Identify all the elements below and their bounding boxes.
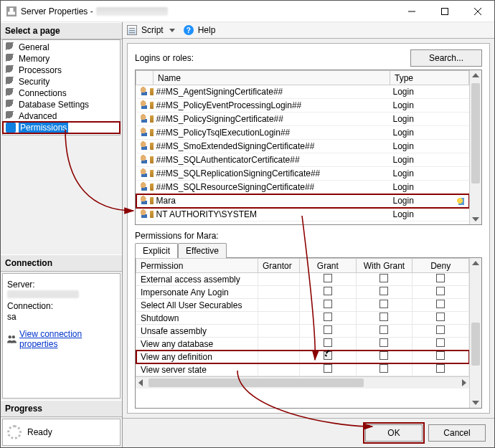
login-name: ##MS_SQLResourceSigningCertificate## bbox=[154, 181, 390, 194]
login-row[interactable]: ##MS_SQLAuthenticatorCertificate##Login bbox=[136, 153, 469, 167]
login-row[interactable]: ##MS_PolicyTsqlExecutionLogin##Login bbox=[136, 126, 469, 140]
svg-rect-1 bbox=[442, 8, 448, 14]
checkbox[interactable] bbox=[436, 351, 445, 360]
checkbox[interactable] bbox=[380, 325, 388, 334]
checkbox[interactable] bbox=[380, 274, 388, 282]
permission-row[interactable]: View any database bbox=[136, 338, 469, 351]
login-type: Login bbox=[390, 113, 469, 126]
checkbox[interactable] bbox=[324, 313, 332, 321]
page-item-advanced[interactable]: Advanced bbox=[3, 110, 120, 122]
checkbox[interactable] bbox=[436, 364, 445, 373]
page-item-label: Processors bbox=[19, 65, 62, 75]
permissions-vscrollbar[interactable] bbox=[469, 258, 481, 408]
checkbox[interactable] bbox=[436, 300, 445, 308]
wrench-icon bbox=[6, 54, 16, 64]
checkbox[interactable] bbox=[436, 274, 445, 282]
login-row[interactable]: ##MS_AgentSigningCertificate##Login bbox=[136, 85, 469, 99]
logins-scrollbar[interactable] bbox=[469, 70, 481, 224]
checkbox[interactable] bbox=[436, 313, 445, 321]
page-item-security[interactable]: Security bbox=[3, 76, 120, 87]
checkbox[interactable] bbox=[324, 325, 332, 334]
permissions-table[interactable]: Permission Grantor Grant With Grant Deny… bbox=[136, 258, 469, 376]
logins-table[interactable]: Name Type ##MS_AgentSigningCertificate##… bbox=[136, 70, 469, 221]
search-button[interactable]: Search... bbox=[410, 49, 482, 67]
page-item-general[interactable]: General bbox=[3, 42, 120, 53]
login-name: ##MS_SQLReplicationSigningCertificate## bbox=[154, 167, 390, 181]
login-icon bbox=[139, 155, 149, 163]
permission-grantor bbox=[258, 363, 300, 376]
login-row[interactable]: ##MS_SQLResourceSigningCertificate##Logi… bbox=[136, 181, 469, 194]
login-row[interactable]: ##MS_SmoExtendedSigningCertificate##Logi… bbox=[136, 140, 469, 153]
script-icon bbox=[127, 25, 137, 35]
login-row[interactable]: NT AUTHORITY\SYSTEMLogin bbox=[136, 208, 469, 221]
page-item-processors[interactable]: Processors bbox=[3, 65, 120, 76]
wrench-icon bbox=[6, 42, 16, 52]
close-button[interactable] bbox=[461, 1, 494, 22]
checkbox[interactable] bbox=[324, 300, 332, 308]
script-button[interactable]: Script bbox=[141, 25, 164, 35]
page-item-memory[interactable]: Memory bbox=[3, 53, 120, 65]
tab-explicit[interactable]: Explicit bbox=[135, 243, 178, 258]
checkbox[interactable] bbox=[380, 313, 388, 321]
login-name: ##MS_AgentSigningCertificate## bbox=[154, 85, 390, 99]
col-name[interactable]: Name bbox=[154, 71, 390, 85]
maximize-button[interactable] bbox=[428, 1, 461, 22]
minimize-button[interactable] bbox=[395, 1, 428, 22]
checkbox[interactable] bbox=[380, 364, 388, 373]
checkbox[interactable] bbox=[436, 287, 445, 295]
col-grantor[interactable]: Grantor bbox=[258, 259, 300, 273]
checkbox[interactable] bbox=[380, 287, 388, 295]
permission-row[interactable]: View server state bbox=[136, 363, 469, 376]
properties-icon[interactable] bbox=[455, 196, 465, 206]
col-deny[interactable]: Deny bbox=[412, 259, 469, 273]
checkbox[interactable] bbox=[324, 274, 332, 282]
tab-effective[interactable]: Effective bbox=[178, 243, 227, 258]
wrench-icon bbox=[6, 123, 16, 133]
page-item-database-settings[interactable]: Database Settings bbox=[3, 99, 120, 110]
checkbox[interactable] bbox=[380, 300, 388, 308]
permission-row[interactable]: Unsafe assembly bbox=[136, 325, 469, 338]
key-icon bbox=[150, 184, 154, 191]
login-row[interactable]: MaraLogin bbox=[136, 194, 469, 208]
progress-header: Progress bbox=[1, 400, 122, 417]
view-connection-properties-link[interactable]: View connection properties bbox=[19, 329, 116, 349]
col-permission[interactable]: Permission bbox=[136, 259, 258, 273]
checkbox[interactable] bbox=[324, 364, 332, 373]
checkbox[interactable] bbox=[324, 351, 332, 360]
window-title-server-blur bbox=[96, 7, 168, 16]
col-grant[interactable]: Grant bbox=[300, 259, 357, 273]
permission-row[interactable]: View any definition bbox=[136, 351, 469, 363]
page-item-label: General bbox=[19, 42, 50, 52]
login-type: Login bbox=[390, 126, 469, 140]
page-item-connections[interactable]: Connections bbox=[3, 87, 120, 99]
checkbox[interactable] bbox=[324, 338, 332, 347]
permission-name: View server state bbox=[136, 363, 258, 376]
titlebar[interactable]: Server Properties - bbox=[1, 1, 494, 22]
page-item-label: Database Settings bbox=[19, 100, 89, 110]
ok-button[interactable]: OK bbox=[365, 424, 423, 442]
checkbox[interactable] bbox=[380, 351, 388, 360]
pages-header: Select a page bbox=[1, 22, 122, 39]
login-row[interactable]: ##MS_PolicyEventProcessingLogin##Login bbox=[136, 99, 469, 113]
permissions-hscrollbar[interactable] bbox=[136, 376, 469, 389]
login-type: Login bbox=[390, 140, 469, 153]
login-row[interactable]: ##MS_SQLReplicationSigningCertificate##L… bbox=[136, 167, 469, 181]
help-button[interactable]: Help bbox=[198, 25, 216, 35]
login-type: Login bbox=[390, 85, 469, 99]
permission-grantor bbox=[258, 338, 300, 351]
app-icon bbox=[6, 6, 16, 16]
col-withgrant[interactable]: With Grant bbox=[356, 259, 412, 273]
checkbox[interactable] bbox=[324, 287, 332, 295]
cancel-button[interactable]: Cancel bbox=[428, 424, 486, 442]
checkbox[interactable] bbox=[380, 338, 388, 347]
page-item-permissions[interactable]: Permissions bbox=[3, 122, 120, 133]
login-row[interactable]: ##MS_PolicySigningCertificate##Login bbox=[136, 113, 469, 126]
permission-row[interactable]: Shutdown bbox=[136, 312, 469, 325]
permission-row[interactable]: Impersonate Any Login bbox=[136, 286, 469, 299]
script-dropdown-icon[interactable] bbox=[169, 29, 175, 32]
checkbox[interactable] bbox=[436, 325, 445, 334]
checkbox[interactable] bbox=[436, 338, 445, 347]
col-type[interactable]: Type bbox=[390, 71, 469, 85]
permission-row[interactable]: External access assembly bbox=[136, 273, 469, 286]
permission-row[interactable]: Select All User Securables bbox=[136, 299, 469, 312]
